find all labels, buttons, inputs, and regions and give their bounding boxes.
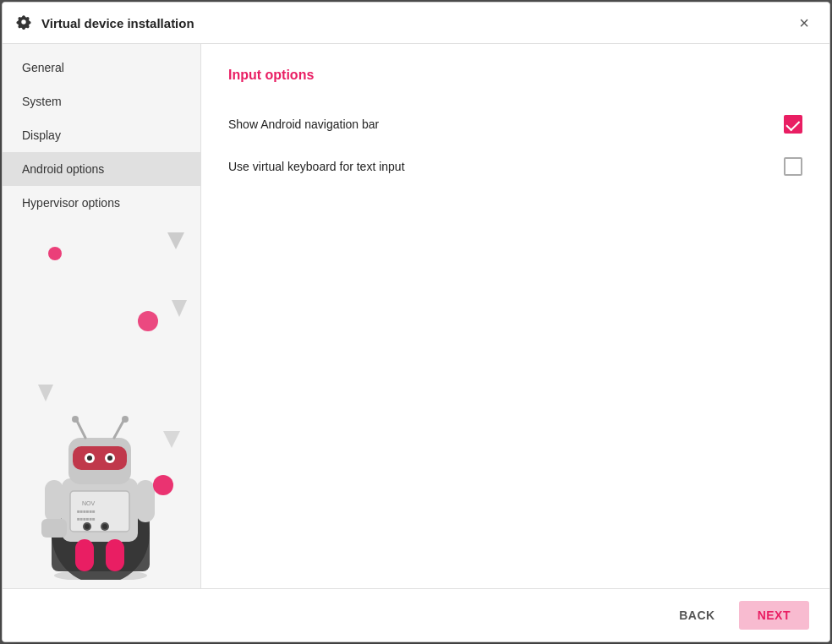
section-title: Input options bbox=[228, 68, 802, 83]
svg-text:NOV: NOV bbox=[82, 500, 96, 506]
svg-point-17 bbox=[102, 524, 107, 529]
android-robot: NOV ■■■■■■ ■■■■■■ bbox=[26, 385, 174, 580]
svg-rect-19 bbox=[73, 446, 127, 470]
svg-point-21 bbox=[87, 456, 92, 461]
svg-text:■■■■■■: ■■■■■■ bbox=[77, 516, 96, 521]
svg-marker-1 bbox=[167, 232, 184, 249]
sidebar-item-display[interactable]: Display bbox=[3, 118, 200, 152]
svg-rect-28 bbox=[45, 480, 63, 522]
svg-text:■■■■■■: ■■■■■■ bbox=[77, 509, 96, 514]
dialog-body: General System Display Android options H… bbox=[3, 44, 829, 588]
svg-point-15 bbox=[85, 524, 90, 529]
svg-point-23 bbox=[107, 456, 112, 461]
option-row-virtual-keyboard: Use virtual keyboard for text input bbox=[228, 145, 802, 188]
svg-line-24 bbox=[77, 421, 85, 438]
svg-rect-30 bbox=[136, 480, 155, 522]
svg-rect-32 bbox=[106, 539, 124, 571]
svg-rect-31 bbox=[75, 539, 94, 571]
svg-rect-29 bbox=[41, 519, 67, 538]
sidebar-item-general[interactable]: General bbox=[3, 51, 200, 85]
checkbox-nav-bar[interactable] bbox=[784, 115, 802, 134]
nav-list: General System Display Android options H… bbox=[3, 44, 200, 220]
option-label-nav-bar: Show Android navigation bar bbox=[228, 117, 379, 131]
footer: BACK NEXT bbox=[3, 588, 829, 641]
sidebar-item-hypervisor-options[interactable]: Hypervisor options bbox=[3, 186, 200, 220]
svg-point-0 bbox=[48, 247, 62, 260]
sidebar-illustration: NOV ■■■■■■ ■■■■■■ bbox=[3, 220, 200, 588]
sidebar-item-system[interactable]: System bbox=[3, 85, 200, 118]
svg-line-26 bbox=[114, 421, 123, 438]
main-content: Input options Show Android navigation ba… bbox=[201, 44, 829, 588]
svg-point-27 bbox=[122, 416, 129, 423]
svg-marker-2 bbox=[172, 300, 187, 317]
title-bar: Virtual device installation × bbox=[3, 3, 829, 44]
svg-point-25 bbox=[72, 416, 79, 423]
checkbox-virtual-keyboard[interactable] bbox=[784, 157, 802, 176]
option-label-virtual-keyboard: Use virtual keyboard for text input bbox=[228, 160, 405, 173]
dialog: Virtual device installation × General Sy… bbox=[2, 2, 830, 642]
sidebar: General System Display Android options H… bbox=[3, 44, 201, 588]
close-button[interactable]: × bbox=[792, 11, 816, 35]
next-button[interactable]: NEXT bbox=[739, 601, 809, 630]
svg-point-33 bbox=[153, 475, 173, 495]
svg-point-5 bbox=[138, 311, 158, 331]
dialog-title: Virtual device installation bbox=[41, 16, 792, 30]
back-button[interactable]: BACK bbox=[664, 602, 730, 629]
option-row-nav-bar: Show Android navigation bar bbox=[228, 103, 802, 145]
sidebar-item-android-options[interactable]: Android options bbox=[3, 152, 200, 186]
gear-icon bbox=[16, 14, 33, 31]
